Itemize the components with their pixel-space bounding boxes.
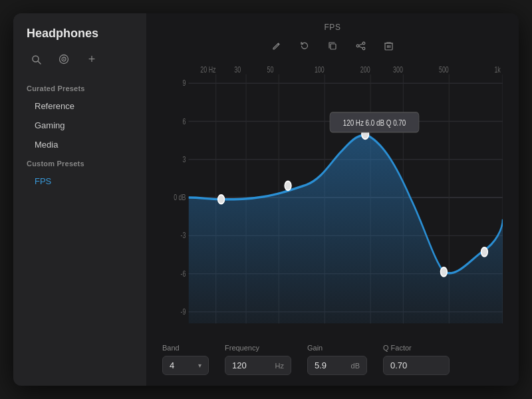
eq-node-2	[285, 182, 291, 191]
sidebar-item-media[interactable]: Media	[13, 135, 146, 154]
band-chevron-icon: ▾	[198, 362, 201, 369]
svg-point-4	[63, 59, 65, 60]
delete-icon[interactable]	[380, 37, 397, 55]
bottom-controls: Band 4 ▾ Frequency 120 Hz Gain	[146, 337, 519, 386]
sidebar-item-reference[interactable]: Reference	[13, 96, 146, 116]
svg-rect-5	[331, 44, 336, 49]
eq-svg: 20 Hz 30 50 100 200 300 500 1k 9 6 3 0 d…	[162, 65, 503, 337]
svg-text:1k: 1k	[494, 65, 501, 74]
svg-point-8	[356, 45, 359, 47]
toolbar: FPS	[146, 13, 519, 59]
svg-line-9	[358, 44, 362, 45]
sidebar: Headphones + Curated Presets Reference G…	[13, 13, 146, 386]
curated-presets-label: Curated Presets	[13, 79, 146, 96]
sidebar-item-fps[interactable]: FPS	[13, 172, 146, 191]
svg-line-10	[358, 47, 362, 48]
svg-text:6: 6	[183, 116, 186, 126]
app-container: Headphones + Curated Presets Reference G…	[13, 13, 519, 386]
frequency-value: 120	[232, 360, 271, 370]
gain-control: Gain 5.9 dB	[307, 344, 367, 375]
gain-unit: dB	[351, 362, 360, 370]
frequency-label: Frequency	[225, 344, 291, 352]
band-select[interactable]: 4 ▾	[162, 356, 209, 375]
reset-icon[interactable]	[296, 37, 313, 55]
svg-text:9: 9	[183, 78, 186, 88]
q-factor-control: Q Factor 0.70	[383, 344, 450, 375]
svg-text:-6: -6	[181, 269, 186, 278]
svg-text:50: 50	[267, 65, 274, 74]
frequency-control: Frequency 120 Hz	[225, 344, 291, 375]
svg-text:500: 500	[439, 65, 449, 74]
eq-icon[interactable]	[55, 50, 73, 68]
svg-text:300: 300	[393, 65, 403, 74]
svg-text:0 dB: 0 dB	[174, 193, 186, 202]
sidebar-item-gaming[interactable]: Gaming	[13, 116, 146, 135]
gain-value: 5.9	[315, 360, 347, 370]
svg-text:30: 30	[234, 65, 241, 74]
search-icon[interactable]	[27, 50, 45, 68]
copy-icon[interactable]	[324, 37, 341, 55]
svg-text:20 Hz: 20 Hz	[200, 65, 215, 74]
band-value: 4	[170, 360, 193, 370]
frequency-unit: Hz	[275, 362, 284, 370]
band-label: Band	[162, 344, 209, 352]
svg-text:200: 200	[360, 65, 370, 74]
share-icon[interactable]	[352, 37, 369, 55]
svg-text:120 Hz  6.0 dB  Q 0.70: 120 Hz 6.0 dB Q 0.70	[343, 118, 406, 128]
q-factor-input-wrap[interactable]: 0.70	[383, 356, 450, 375]
controls-row: Band 4 ▾ Frequency 120 Hz Gain	[162, 344, 503, 375]
svg-text:3: 3	[183, 154, 186, 164]
sidebar-title: Headphones	[13, 27, 146, 50]
q-factor-label: Q Factor	[383, 344, 450, 352]
q-factor-value: 0.70	[390, 360, 407, 370]
sidebar-icons: +	[13, 50, 146, 79]
preset-title: FPS	[324, 23, 340, 32]
svg-text:100: 100	[315, 65, 325, 74]
gain-input-wrap[interactable]: 5.9 dB	[307, 356, 367, 375]
svg-point-6	[362, 42, 365, 45]
custom-presets-label: Custom Presets	[13, 154, 146, 172]
band-control: Band 4 ▾	[162, 344, 209, 375]
eq-node-1	[218, 195, 225, 204]
svg-text:-9: -9	[181, 307, 186, 316]
svg-line-1	[38, 61, 41, 64]
gain-label: Gain	[307, 344, 367, 352]
eq-node-6	[481, 247, 488, 257]
edit-icon[interactable]	[268, 37, 285, 55]
main-panel: FPS	[146, 13, 519, 386]
eq-node-5	[440, 267, 447, 277]
svg-point-7	[362, 47, 365, 50]
eq-chart-container: 20 Hz 30 50 100 200 300 500 1k 9 6 3 0 d…	[146, 59, 519, 337]
svg-text:-3: -3	[181, 231, 186, 240]
frequency-input-wrap[interactable]: 120 Hz	[225, 356, 291, 375]
add-icon[interactable]: +	[82, 50, 101, 68]
